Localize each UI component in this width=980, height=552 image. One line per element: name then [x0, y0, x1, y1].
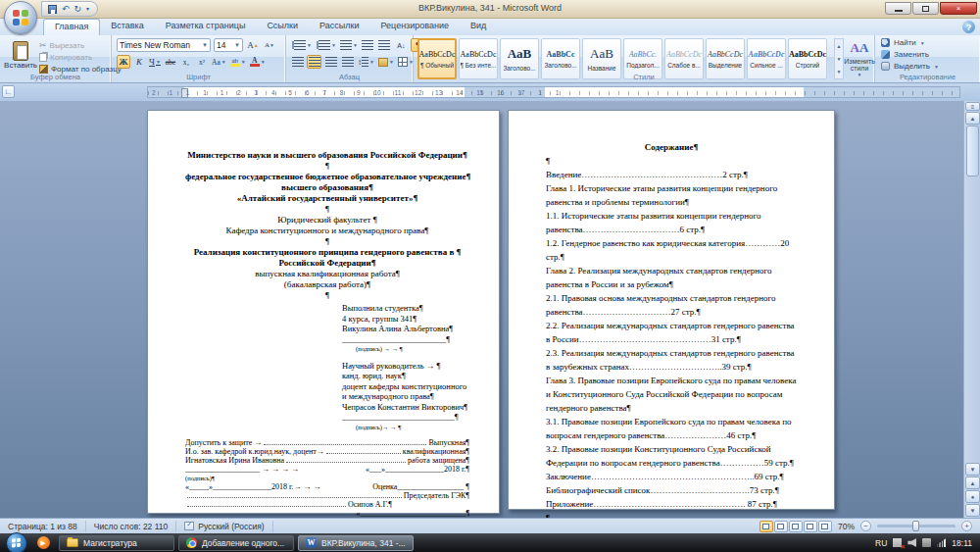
copy-icon [39, 53, 47, 62]
find-button[interactable]: Найти▼ [881, 38, 925, 47]
paste-label: Вставить [4, 61, 37, 70]
view-buttons [760, 521, 832, 532]
grow-font-button[interactable]: A▲ [246, 38, 260, 52]
zoom-out-button[interactable]: − [860, 521, 871, 531]
replace-button[interactable]: Заменить [881, 50, 929, 59]
font-color-button[interactable]: А▼ [249, 55, 267, 69]
underline-button[interactable]: Ч▼ [148, 55, 162, 69]
zoom-level[interactable]: 70% [838, 522, 855, 531]
bullets-button[interactable]: ▼ [290, 38, 313, 52]
replace-icon [881, 50, 890, 59]
title-bar: ↶ ↻ ▾ ВКР.Викулина, 341 - Microsoft Word… [0, 0, 980, 19]
subscript-button[interactable]: x₂ [179, 55, 193, 69]
sort-button[interactable]: А↓ [394, 38, 409, 52]
cut-button[interactable]: ✂ Вырезать [39, 39, 84, 51]
clock[interactable]: 18:11 [952, 538, 972, 548]
change-case-button[interactable]: Aa▼ [211, 55, 227, 69]
tab-page-layout[interactable]: Разметка страницы [155, 19, 257, 35]
strikethrough-button[interactable]: abc [164, 55, 177, 69]
superscript-button[interactable]: x² [195, 55, 209, 69]
doc-line: Чепрасов Константин Викторович¶ [342, 402, 469, 413]
dotted-leader [264, 444, 426, 445]
font-color-icon [250, 64, 260, 67]
multilevel-list-button[interactable]: ▼ [339, 38, 359, 52]
toc-line: 1.2. Гендерное равенство как юридическая… [546, 236, 797, 264]
vertical-scrollbar[interactable]: ≡ ▲ ▼ ▲ ● ▼ [963, 101, 980, 518]
zoom-slider-thumb[interactable] [912, 521, 919, 531]
tab-review[interactable]: Рецензирование [369, 19, 460, 35]
scroll-up-button[interactable]: ▲ [965, 112, 980, 125]
copy-button[interactable]: Копировать [39, 51, 92, 63]
tab-mailings[interactable]: Рассылки [309, 19, 369, 35]
outline-view-button[interactable] [804, 521, 817, 532]
tab-selector-button[interactable]: ∟ [2, 85, 15, 98]
doc-line: «Алтайский государственный университет»¶ [185, 193, 469, 204]
battery-icon[interactable] [922, 538, 931, 547]
draft-view-button[interactable] [818, 521, 832, 532]
doc-line: Юридический факультет ¶ [185, 215, 469, 226]
borders-button[interactable]: ▼ [397, 55, 415, 69]
font-size-combo[interactable]: 14▼ [214, 38, 243, 52]
justify-button[interactable] [340, 55, 355, 69]
volume-icon[interactable] [907, 538, 916, 547]
close-button[interactable]: × [940, 2, 977, 15]
bold-button[interactable]: Ж [117, 55, 130, 69]
page-indicator[interactable]: Страница: 1 из 88 [0, 521, 86, 532]
tab-references[interactable]: Ссылки [256, 19, 309, 35]
fullscreen-reading-view-button[interactable] [774, 521, 788, 532]
restore-button[interactable] [912, 2, 939, 15]
line-spacing-button[interactable]: ↕▼ [357, 55, 375, 69]
toc-line: 2.2. Реализация международных стандартов… [546, 319, 797, 346]
next-page-button[interactable]: ▼ [965, 504, 980, 517]
doc-line: Викулина Алина Альбертовна¶ [342, 324, 469, 334]
increase-indent-button[interactable] [377, 38, 392, 52]
numbering-button[interactable]: ▼ [315, 38, 337, 52]
web-layout-view-button[interactable] [789, 521, 803, 532]
previous-page-button[interactable]: ▲ [965, 477, 980, 489]
decrease-indent-button[interactable] [361, 38, 375, 52]
shrink-font-button[interactable]: A▼ [263, 38, 276, 52]
borders-icon [398, 57, 408, 67]
zoom-slider[interactable] [877, 525, 956, 527]
start-button[interactable] [6, 532, 27, 552]
toc-line: Приложение……………………………………………. 87 стр.¶ [546, 497, 797, 511]
taskbar-button-folder[interactable]: Магистратура [59, 535, 174, 551]
taskbar-button-browser[interactable]: Добавление одного... [178, 535, 294, 551]
doc-line: (бакалаврская работа)¶ [185, 279, 469, 290]
italic-button[interactable]: К [132, 55, 146, 69]
action-center-icon[interactable] [893, 538, 902, 547]
align-center-button[interactable] [307, 55, 321, 69]
split-handle[interactable]: ≡ [965, 102, 980, 111]
proofing-status[interactable]: Русский (Россия) [176, 521, 272, 532]
tab-home[interactable]: Главная [43, 19, 100, 35]
word-count[interactable]: Число слов: 22 110 [86, 521, 176, 532]
scroll-down-button[interactable]: ▼ [965, 463, 980, 476]
language-indicator[interactable]: RU [875, 538, 887, 548]
taskbar-button-word[interactable]: W ВКР.Викулина, 341 -... [298, 535, 414, 551]
minimize-button[interactable] [885, 2, 911, 15]
highlight-button[interactable]: ab▼ [229, 55, 247, 69]
font-name-combo[interactable]: Times New Roman▼ [117, 38, 211, 52]
tab-insert[interactable]: Вставка [100, 19, 154, 35]
tab-view[interactable]: Вид [460, 19, 497, 35]
zoom-in-button[interactable]: + [961, 521, 972, 531]
scrollbar-thumb[interactable] [966, 125, 979, 176]
align-right-button[interactable] [323, 55, 338, 69]
shading-button[interactable]: ▼ [377, 55, 395, 69]
document-page-1[interactable]: Министерство науки и высшего образования… [147, 110, 500, 514]
group-label-editing: Редактирование [875, 73, 980, 81]
doc-line: ¶ [185, 290, 469, 301]
select-button[interactable]: Выделить▼ [881, 62, 939, 71]
group-editing: Найти▼ Заменить Выделить▼ Редактирование [875, 35, 980, 82]
help-icon[interactable]: ? [962, 21, 975, 33]
select-browse-object-button[interactable]: ● [965, 490, 980, 503]
media-player-quicklaunch[interactable]: ▶ [31, 534, 55, 551]
horizontal-ruler: 2 1 1 1 1 2 3 4 5 6 7 8 9 10 11 12 13 14… [147, 86, 960, 98]
doc-line: (подпись)→ → ¶ [342, 423, 469, 433]
network-icon[interactable] [937, 538, 946, 547]
office-button[interactable] [4, 1, 37, 34]
align-left-button[interactable] [290, 55, 305, 69]
office-logo-icon [13, 10, 28, 25]
document-page-2[interactable]: Содержание¶ ¶ Введение…………………………………………2 … [508, 110, 835, 510]
print-layout-view-button[interactable] [760, 521, 773, 532]
